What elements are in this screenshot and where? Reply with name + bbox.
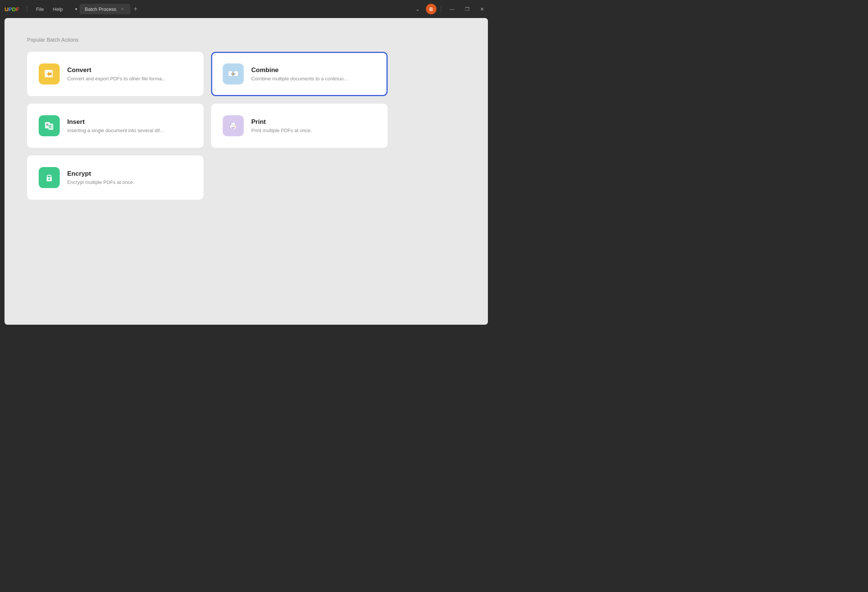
titlebar-right: ⌄ B — ❒ ✕ xyxy=(412,4,488,14)
convert-card[interactable]: Convert Convert and export PDFs to other… xyxy=(27,52,204,96)
combine-desc: Combine multiple documents to a continuo… xyxy=(251,76,376,81)
tab-area: ▾ Batch Process × + xyxy=(73,4,409,15)
convert-title: Convert xyxy=(67,66,192,74)
close-button[interactable]: ✕ xyxy=(476,5,488,14)
svg-rect-6 xyxy=(46,124,48,125)
print-icon xyxy=(223,115,244,136)
minimize-button[interactable]: — xyxy=(446,5,458,14)
insert-card-text: Insert Inserting a single document into … xyxy=(67,118,192,133)
insert-desc: Inserting a single document into several… xyxy=(67,128,192,133)
encrypt-desc: Encrypt multiple PDFs at once. xyxy=(67,179,192,185)
app-logo[interactable]: UPDF xyxy=(5,6,21,12)
svg-rect-16 xyxy=(49,179,50,180)
user-avatar[interactable]: B xyxy=(426,4,436,14)
menu-help[interactable]: Help xyxy=(49,5,67,14)
titlebar-separator-2 xyxy=(441,6,441,12)
convert-card-text: Convert Convert and export PDFs to other… xyxy=(67,66,192,81)
svg-rect-7 xyxy=(46,125,48,126)
encrypt-svg xyxy=(43,172,55,184)
convert-desc: Convert and export PDFs to other file fo… xyxy=(67,76,192,81)
combine-card-text: Combine Combine multiple documents to a … xyxy=(251,66,376,81)
main-content: Popular Batch Actions Convert Convert an… xyxy=(5,18,488,325)
svg-rect-10 xyxy=(231,122,235,125)
tab-label: Batch Process xyxy=(85,6,116,12)
encrypt-card[interactable]: Encrypt Encrypt multiple PDFs at once. xyxy=(27,155,204,200)
combine-title: Combine xyxy=(251,66,376,74)
print-card-text: Print Print multiple PDFs at once. xyxy=(251,118,376,133)
convert-svg xyxy=(43,68,55,80)
combine-icon xyxy=(223,63,244,84)
encrypt-icon xyxy=(39,167,60,188)
batch-process-tab[interactable]: Batch Process × xyxy=(80,4,131,14)
insert-card[interactable]: Insert Inserting a single document into … xyxy=(27,104,204,148)
print-card[interactable]: Print Print multiple PDFs at once. xyxy=(211,104,388,148)
insert-svg xyxy=(43,120,55,132)
encrypt-title: Encrypt xyxy=(67,170,192,178)
svg-rect-13 xyxy=(232,128,234,129)
tab-close-button[interactable]: × xyxy=(119,6,125,12)
insert-icon xyxy=(39,115,60,136)
combine-svg xyxy=(227,68,239,80)
menu-file[interactable]: File xyxy=(32,5,48,14)
svg-rect-12 xyxy=(232,127,235,128)
titlebar: UPDF File Help ▾ Batch Process × + ⌄ B —… xyxy=(0,0,492,18)
menu-bar: File Help xyxy=(32,5,67,14)
encrypt-card-text: Encrypt Encrypt multiple PDFs at once. xyxy=(67,170,192,185)
expand-icon[interactable]: ⌄ xyxy=(412,5,423,14)
svg-rect-9 xyxy=(231,127,235,130)
batch-actions-grid: Convert Convert and export PDFs to other… xyxy=(27,52,388,200)
maximize-button[interactable]: ❒ xyxy=(461,5,473,14)
tab-dropdown-icon[interactable]: ▾ xyxy=(73,5,80,13)
titlebar-separator xyxy=(27,6,27,12)
print-svg xyxy=(227,120,239,132)
section-title: Popular Batch Actions xyxy=(27,37,465,43)
print-title: Print xyxy=(251,118,376,126)
new-tab-button[interactable]: + xyxy=(130,4,140,15)
convert-icon xyxy=(39,63,60,84)
print-desc: Print multiple PDFs at once. xyxy=(251,128,376,133)
combine-card[interactable]: Combine Combine multiple documents to a … xyxy=(211,52,388,96)
insert-title: Insert xyxy=(67,118,192,126)
svg-point-11 xyxy=(235,126,236,127)
